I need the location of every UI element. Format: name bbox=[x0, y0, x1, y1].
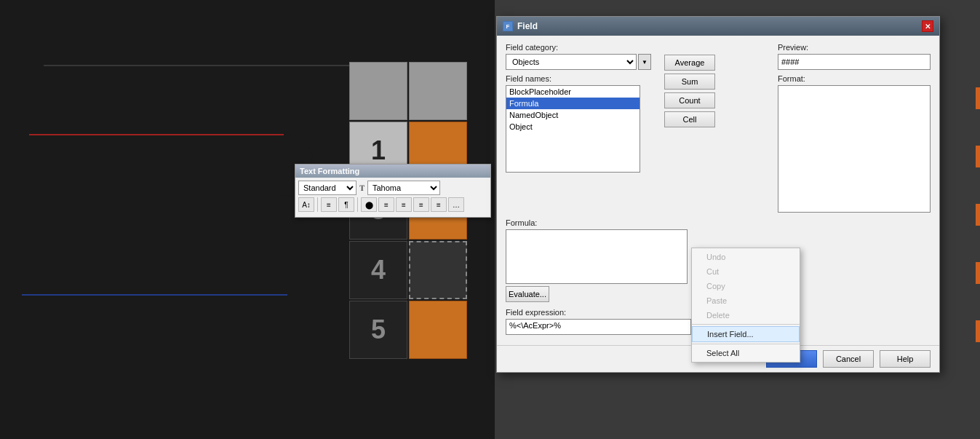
formula-label: Formula: bbox=[506, 218, 688, 227]
orange-accent-4 bbox=[976, 262, 980, 284]
formula-col: Formula: Evaluate... bbox=[506, 218, 688, 302]
evaluate-button[interactable]: Evaluate... bbox=[506, 286, 549, 302]
text-height-icon: A↕ bbox=[302, 201, 311, 209]
field-expr-value: %<\AcExpr>% bbox=[509, 321, 561, 330]
ctx-delete[interactable]: Delete bbox=[692, 308, 800, 323]
title-left: F Field bbox=[503, 21, 538, 31]
cell-5-left: 5 bbox=[349, 301, 407, 359]
cell-5-right bbox=[409, 301, 467, 359]
listbox-item-formula[interactable]: Formula bbox=[506, 98, 640, 109]
orange-accent-3 bbox=[976, 204, 980, 226]
field-icon: F bbox=[503, 21, 513, 31]
format-box bbox=[778, 85, 931, 213]
sep2 bbox=[357, 197, 358, 212]
align-left-btn[interactable]: ⬤ bbox=[361, 197, 377, 212]
ctx-copy[interactable]: Copy bbox=[692, 279, 800, 293]
ctx-paste[interactable]: Paste bbox=[692, 293, 800, 308]
preview-label: Preview: bbox=[778, 43, 931, 52]
align-justify-icon: ≡ bbox=[419, 201, 423, 209]
more-btn[interactable]: … bbox=[448, 197, 464, 212]
field-category-select[interactable]: Objects bbox=[506, 54, 637, 70]
preview-value: #### bbox=[781, 58, 799, 66]
format-label: Format: bbox=[778, 74, 931, 83]
text-formatting-title: Text Formatting bbox=[300, 167, 359, 175]
sep1 bbox=[317, 197, 318, 212]
indent-icon: ≡ bbox=[327, 201, 331, 209]
field-names-label: Field names: bbox=[506, 74, 651, 83]
average-button[interactable]: Average bbox=[664, 55, 715, 71]
align-right-btn[interactable]: ≡ bbox=[396, 197, 412, 212]
style-select[interactable]: Standard bbox=[298, 181, 356, 195]
orange-accent-2 bbox=[976, 146, 980, 167]
font-icon: 𝐓 bbox=[359, 183, 364, 193]
drawing-lines bbox=[0, 0, 349, 439]
indent-btn[interactable]: ≡ bbox=[321, 197, 337, 212]
left-col: Field category: Objects ▼ Field names: B… bbox=[506, 43, 651, 213]
context-menu: Undo Cut Copy Paste Delete Insert Field.… bbox=[691, 248, 800, 363]
more-icon: … bbox=[453, 201, 460, 209]
cell-top-right bbox=[409, 62, 467, 120]
listbox-item-blockplaceholder[interactable]: BlockPlaceholder bbox=[506, 86, 640, 98]
cell-4-right bbox=[409, 241, 467, 299]
align-center-btn[interactable]: ≡ bbox=[378, 197, 394, 212]
field-dialog-titlebar: F Field ✕ bbox=[497, 17, 939, 36]
ctx-insert-field[interactable]: Insert Field... bbox=[692, 326, 800, 342]
align-distribute-btn[interactable]: ≡ bbox=[431, 197, 447, 212]
listbox-item-namedobject[interactable]: NamedObject bbox=[506, 109, 640, 121]
field-category-label: Field category: bbox=[506, 43, 651, 52]
orange-accent-1 bbox=[976, 87, 980, 109]
field-category-row: Objects ▼ bbox=[506, 54, 651, 70]
font-select[interactable]: Tahoma bbox=[367, 181, 440, 195]
top-row: Field category: Objects ▼ Field names: B… bbox=[506, 43, 931, 213]
listbox-item-object[interactable]: Object bbox=[506, 121, 640, 133]
field-expr-box: %<\AcExpr>% bbox=[506, 319, 691, 335]
cell-4-left: 4 bbox=[349, 241, 407, 299]
preview-box: #### bbox=[778, 54, 931, 70]
text-height-btn[interactable]: A↕ bbox=[298, 197, 314, 212]
align-justify-btn[interactable]: ≡ bbox=[413, 197, 429, 212]
close-button[interactable]: ✕ bbox=[922, 20, 933, 32]
ctx-select-all[interactable]: Select All bbox=[692, 346, 800, 360]
paragraph-btn[interactable]: ¶ bbox=[338, 197, 354, 212]
field-names-listbox[interactable]: BlockPlaceholder Formula NamedObject Obj… bbox=[506, 85, 640, 173]
formula-textarea[interactable] bbox=[506, 229, 688, 284]
count-button[interactable]: Count bbox=[664, 92, 715, 108]
align-left-icon: ⬤ bbox=[365, 201, 373, 209]
ctx-cut[interactable]: Cut bbox=[692, 264, 800, 279]
cancel-button[interactable]: Cancel bbox=[823, 350, 874, 368]
text-formatting-titlebar: Text Formatting bbox=[295, 165, 490, 178]
cell-top-left bbox=[349, 62, 407, 120]
text-formatting-toolbar: Text Formatting Standard 𝐓 Tahoma A↕ ≡ ¶ bbox=[295, 164, 491, 218]
ctx-undo[interactable]: Undo bbox=[692, 250, 800, 264]
ctx-sep-2 bbox=[692, 344, 800, 344]
right-col: Preview: #### Format: bbox=[778, 43, 931, 213]
cell-button[interactable]: Cell bbox=[664, 111, 715, 127]
ctx-sep-1 bbox=[692, 324, 800, 325]
align-distribute-icon: ≡ bbox=[437, 201, 441, 209]
sum-button[interactable]: Sum bbox=[664, 74, 715, 90]
align-center-icon: ≡ bbox=[384, 201, 389, 209]
align-right-icon: ≡ bbox=[402, 201, 406, 209]
paragraph-icon: ¶ bbox=[344, 201, 348, 209]
field-dialog-title: Field bbox=[517, 21, 538, 31]
orange-accent-5 bbox=[976, 320, 980, 342]
help-button[interactable]: Help bbox=[880, 350, 931, 368]
action-btn-group: Average Sum Count Cell bbox=[664, 55, 715, 213]
category-dropdown-btn[interactable]: ▼ bbox=[638, 54, 651, 70]
